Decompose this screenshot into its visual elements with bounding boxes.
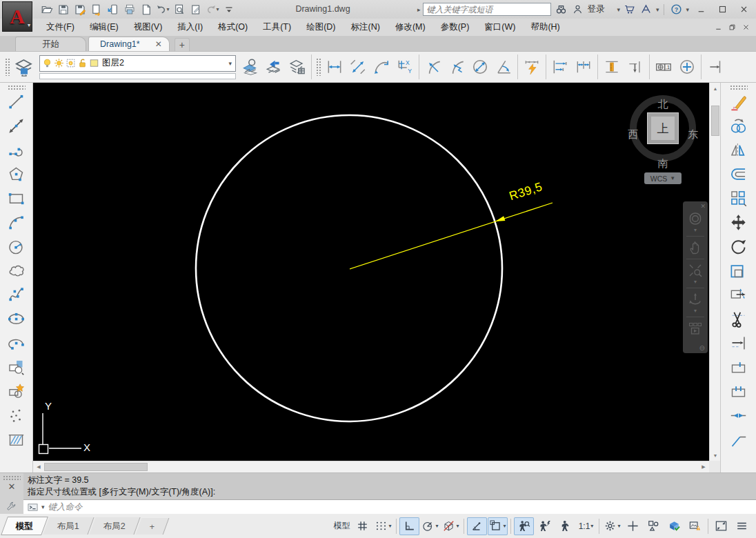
horizontal-scroll-thumb[interactable]	[44, 463, 148, 471]
app-store-cart-icon[interactable]	[623, 3, 637, 17]
toolbar-grip[interactable]	[730, 85, 748, 90]
dim-jogged-icon[interactable]	[445, 54, 468, 79]
chevron-down-icon[interactable]: ▾	[166, 6, 169, 12]
tab-close-icon[interactable]: ✕	[155, 39, 162, 49]
erase-icon[interactable]	[726, 90, 751, 114]
join-icon[interactable]	[726, 404, 751, 428]
chevron-down-icon[interactable]: ▾	[617, 6, 620, 13]
polyline-icon[interactable]	[4, 138, 29, 162]
layout-tab-1[interactable]: 布局1	[43, 517, 94, 535]
menu-item-11[interactable]: 帮助(H)	[523, 21, 567, 33]
rotate-icon[interactable]	[726, 235, 751, 259]
search-icon[interactable]	[554, 3, 568, 17]
tolerance-icon[interactable]: .1	[652, 54, 675, 79]
graphics-performance-icon[interactable]	[685, 517, 705, 535]
application-menu-button[interactable]: A ▾	[2, 1, 32, 32]
make-current-icon[interactable]	[239, 54, 262, 79]
menu-item-10[interactable]: 窗口(W)	[477, 21, 523, 33]
command-prompt-icon[interactable]	[26, 502, 39, 512]
grid-display-icon[interactable]	[352, 517, 372, 535]
menu-item-6[interactable]: 绘图(D)	[299, 21, 343, 33]
scroll-down-arrow[interactable]: ▼	[710, 450, 721, 461]
scroll-up-arrow[interactable]: ▲	[710, 83, 721, 94]
chevron-down-icon[interactable]: ▾	[694, 228, 697, 234]
stretch-icon[interactable]	[726, 283, 751, 307]
vertical-scroll-thumb[interactable]	[711, 106, 719, 136]
viewcube-east-label[interactable]: 东	[688, 128, 698, 141]
doc-restore-button[interactable]	[726, 22, 738, 33]
sketch-icon[interactable]	[188, 2, 203, 17]
dim-baseline-icon[interactable]	[548, 54, 572, 79]
quick-dim-icon[interactable]	[520, 54, 544, 79]
snap-mode-icon[interactable]: ▾	[373, 517, 393, 535]
ortho-mode-icon[interactable]	[399, 517, 419, 535]
toolbar-grip[interactable]	[316, 58, 321, 76]
annotation-scale-button[interactable]: 1:1▾	[576, 517, 596, 535]
chamfer-icon[interactable]	[726, 428, 751, 452]
vertical-scrollbar[interactable]: ▲ ▼	[709, 83, 720, 461]
menu-item-2[interactable]: 视图(V)	[126, 21, 170, 33]
new-icon[interactable]	[138, 2, 154, 17]
menu-item-0[interactable]: 文件(F)	[39, 21, 82, 33]
viewcube-top-face[interactable]: 上	[647, 112, 679, 144]
new-layout-button[interactable]: +	[136, 518, 170, 535]
showmotion-icon[interactable]	[685, 319, 706, 337]
wrench-icon[interactable]	[6, 501, 17, 512]
model-space-button[interactable]: 模型	[332, 517, 352, 535]
chevron-down-icon[interactable]: ▾	[435, 523, 438, 529]
hardware-acceleration-icon[interactable]	[664, 517, 684, 535]
nav-wheel-icon[interactable]	[685, 210, 706, 228]
sun-icon[interactable]	[54, 58, 64, 68]
redo-icon[interactable]: ▾	[204, 2, 220, 17]
save-as-icon[interactable]	[72, 2, 88, 17]
layer-dropdown[interactable]: 图层2 ▾	[39, 55, 236, 72]
annotation-visibility-icon[interactable]	[514, 517, 534, 535]
navbar-collapse-icon[interactable]: ⊖	[699, 344, 705, 352]
copy-icon[interactable]	[726, 114, 751, 138]
scroll-right-arrow[interactable]: ▶	[698, 461, 709, 472]
menu-item-3[interactable]: 插入(I)	[170, 21, 210, 33]
scale-icon[interactable]	[726, 259, 751, 283]
revision-cloud-icon[interactable]	[4, 259, 29, 283]
mirror-icon[interactable]	[726, 138, 751, 162]
mobile-upload-icon[interactable]	[105, 2, 121, 17]
circle-icon[interactable]	[4, 235, 29, 259]
workspace-switching-icon[interactable]: ▾	[602, 517, 622, 535]
close-button[interactable]	[735, 3, 753, 17]
scroll-left-arrow[interactable]: ◀	[33, 461, 44, 472]
chevron-down-icon[interactable]: ▾	[590, 523, 593, 529]
export-icon[interactable]	[88, 2, 104, 17]
swatch-icon[interactable]	[89, 58, 99, 68]
chevron-down-icon[interactable]: ▾	[656, 6, 659, 13]
annotation-scale-flyout-icon[interactable]	[555, 517, 575, 535]
menu-item-8[interactable]: 修改(M)	[388, 21, 433, 33]
object-snap-icon[interactable]: ▾	[488, 517, 508, 535]
dim-break-icon[interactable]	[624, 54, 647, 79]
minimize-button[interactable]	[692, 3, 710, 17]
ellipse-arc-icon[interactable]	[4, 331, 29, 355]
chevron-down-icon[interactable]: ▾	[694, 308, 697, 315]
doc-minimize-button[interactable]	[712, 22, 724, 33]
search-input[interactable]	[423, 3, 551, 16]
file-tab-0[interactable]: 开始	[15, 37, 86, 51]
dim-edit-icon[interactable]	[704, 54, 727, 79]
offset-icon[interactable]	[726, 162, 751, 186]
chevron-down-icon[interactable]: ▾	[456, 523, 459, 529]
break-icon[interactable]	[726, 379, 751, 404]
nav-zoom-icon[interactable]	[685, 261, 706, 279]
dim-space-icon[interactable]	[600, 54, 624, 79]
freeze-frame-icon[interactable]	[66, 58, 76, 68]
viewcube-north-label[interactable]: 北	[625, 98, 701, 111]
dim-radius-icon[interactable]	[421, 54, 445, 79]
autodesk-360-icon[interactable]	[639, 3, 653, 17]
center-mark-icon[interactable]	[675, 54, 699, 79]
command-grip[interactable]	[3, 475, 21, 480]
customization-icon[interactable]	[732, 517, 752, 535]
file-tab-1[interactable]: Drawing1*✕	[88, 37, 170, 51]
layer-properties-icon[interactable]	[286, 54, 309, 79]
layout-tab-2[interactable]: 布局2	[89, 517, 140, 535]
dim-continue-icon[interactable]	[572, 54, 595, 79]
layer-previous-icon[interactable]	[262, 54, 286, 79]
hatch-icon[interactable]	[4, 428, 29, 452]
auto-annotation-scale-icon[interactable]	[535, 517, 555, 535]
